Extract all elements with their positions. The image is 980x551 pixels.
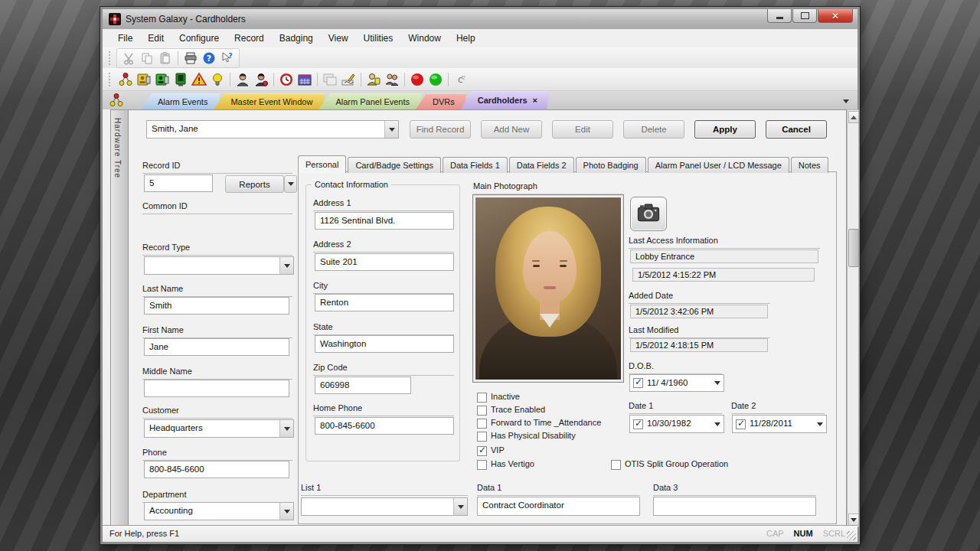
hardware-tree-icon[interactable]: [117, 71, 134, 88]
context-help-icon[interactable]: ?: [219, 50, 236, 67]
calendar-icon[interactable]: [296, 71, 313, 88]
cardholder-selector[interactable]: Smith, Jane: [146, 120, 399, 139]
tab-photo-badging[interactable]: Photo Badging: [576, 157, 646, 173]
tab-personal[interactable]: Personal: [298, 155, 346, 173]
tab-alarm-panel-user[interactable]: Alarm Panel User / LCD Message: [648, 157, 789, 173]
record-type-select[interactable]: [144, 256, 294, 275]
mdi-tab-alarm-events[interactable]: Alarm Events: [141, 93, 220, 109]
mdi-tab-alarm-panel-events[interactable]: Alarm Panel Events: [318, 93, 422, 109]
scroll-up-icon[interactable]: [848, 111, 859, 123]
cardholder-icon[interactable]: [234, 71, 251, 88]
menu-edit[interactable]: Edit: [140, 30, 172, 47]
address1-field[interactable]: 1126 Sentinal Blvd.: [315, 212, 454, 230]
dob-checkbox[interactable]: [633, 378, 643, 388]
first-name-field[interactable]: Jane: [144, 338, 289, 356]
menu-file[interactable]: File: [110, 30, 140, 47]
home-phone-field[interactable]: 800-845-6600: [315, 417, 454, 435]
badge-yellow-icon[interactable]: [136, 71, 152, 88]
middle-name-field[interactable]: [144, 380, 289, 397]
date2-checkbox[interactable]: [736, 419, 746, 429]
selector-dropdown-icon[interactable]: [384, 121, 398, 138]
help-icon[interactable]: ?: [201, 50, 217, 67]
date2-dropdown-icon[interactable]: [813, 416, 826, 432]
customer-select[interactable]: Headquarters: [144, 419, 294, 438]
window-disabled-icon[interactable]: [322, 71, 338, 88]
record-type-dropdown-icon[interactable]: [279, 257, 293, 274]
cut-icon[interactable]: [120, 50, 137, 67]
date1-picker[interactable]: 10/30/1982: [629, 415, 724, 433]
maximize-button[interactable]: [792, 9, 817, 23]
tab-list-dropdown-icon[interactable]: [840, 96, 851, 106]
badge-green-icon[interactable]: [154, 71, 171, 88]
hardware-tree-toggle-icon[interactable]: [109, 93, 124, 111]
find-record-button[interactable]: Find Record: [410, 120, 471, 139]
minimize-button[interactable]: [767, 9, 792, 23]
menu-view[interactable]: View: [321, 30, 356, 47]
vertical-scrollbar[interactable]: [847, 109, 859, 527]
vip-checkbox[interactable]: [477, 446, 487, 456]
scroll-down-icon[interactable]: [848, 514, 859, 526]
date1-checkbox[interactable]: [633, 419, 643, 429]
department-dropdown-icon[interactable]: [279, 503, 293, 520]
has-vertigo-checkbox[interactable]: [477, 460, 487, 470]
menu-utilities[interactable]: Utilities: [356, 30, 401, 47]
paste-icon[interactable]: [157, 50, 174, 67]
signature-icon[interactable]: [340, 71, 357, 88]
city-field[interactable]: Renton: [315, 294, 454, 311]
mdi-tab-dvrs[interactable]: DVRs: [416, 93, 467, 109]
list1-dropdown-icon[interactable]: [453, 498, 467, 515]
tab-data-fields-2[interactable]: Data Fields 2: [509, 157, 574, 173]
phone-field[interactable]: 800-845-6600: [144, 461, 289, 478]
delete-button[interactable]: Delete: [623, 120, 684, 139]
add-new-button[interactable]: Add New: [481, 120, 542, 139]
date1-dropdown-icon[interactable]: [710, 416, 724, 432]
copy-icon[interactable]: [139, 50, 155, 67]
hardware-tree-sidebar[interactable]: Hardware Tree: [110, 109, 129, 529]
start-monitor-icon[interactable]: [427, 71, 444, 88]
script-icon[interactable]: c: [452, 71, 469, 88]
record-id-field[interactable]: 5: [144, 174, 213, 192]
list1-select[interactable]: [301, 497, 468, 516]
mdi-tab-cardholders[interactable]: Cardholders×: [461, 91, 550, 109]
title-bar[interactable]: System Galaxy - Cardholders ✕: [103, 9, 858, 30]
menu-window[interactable]: Window: [400, 30, 449, 47]
zip-code-field[interactable]: 606998: [315, 377, 411, 394]
toolbar-grip-2[interactable]: [109, 73, 113, 86]
reader-icon[interactable]: [172, 71, 189, 88]
scrollbar-thumb[interactable]: [848, 229, 859, 267]
alarm-warning-icon[interactable]: [191, 71, 207, 88]
print-icon[interactable]: [182, 50, 199, 67]
cancel-button[interactable]: Cancel: [766, 120, 827, 139]
physical-disability-checkbox[interactable]: [477, 432, 487, 442]
customer-dropdown-icon[interactable]: [279, 420, 293, 437]
tab-data-fields-1[interactable]: Data Fields 1: [443, 157, 508, 173]
last-name-field[interactable]: Smith: [144, 297, 289, 315]
stop-monitor-icon[interactable]: [409, 71, 426, 88]
menu-configure[interactable]: Configure: [172, 30, 227, 47]
address2-field[interactable]: Suite 201: [315, 253, 454, 271]
department-select[interactable]: Accounting: [144, 502, 294, 520]
visitors-icon[interactable]: [384, 71, 400, 88]
state-field[interactable]: Washington: [315, 335, 454, 353]
dob-dropdown-icon[interactable]: [710, 375, 724, 391]
dob-date-picker[interactable]: 11/ 4/1960: [629, 374, 724, 392]
otis-split-group-checkbox[interactable]: [611, 460, 621, 470]
operator-icon[interactable]: [253, 71, 270, 88]
toolbar-grip[interactable]: [109, 51, 113, 65]
inactive-checkbox[interactable]: [477, 393, 487, 403]
date2-picker[interactable]: 11/28/2011: [732, 415, 827, 433]
menu-record[interactable]: Record: [227, 30, 272, 47]
data1-field[interactable]: Contract Coordinator: [477, 497, 640, 516]
trace-enabled-checkbox[interactable]: [477, 406, 487, 416]
forward-time-attendance-checkbox[interactable]: [477, 419, 487, 429]
tab-close-icon[interactable]: ×: [533, 92, 537, 109]
apply-button[interactable]: Apply: [694, 120, 756, 139]
menu-help[interactable]: Help: [449, 30, 483, 47]
menu-badging[interactable]: Badging: [272, 30, 321, 47]
data3-field[interactable]: [653, 497, 816, 516]
tab-notes[interactable]: Notes: [791, 157, 828, 173]
mdi-tab-master-event-window[interactable]: Master Event Window: [214, 93, 325, 109]
reports-button[interactable]: Reports: [225, 175, 284, 193]
reports-dropdown-icon[interactable]: [284, 175, 297, 193]
close-button[interactable]: ✕: [818, 9, 853, 23]
